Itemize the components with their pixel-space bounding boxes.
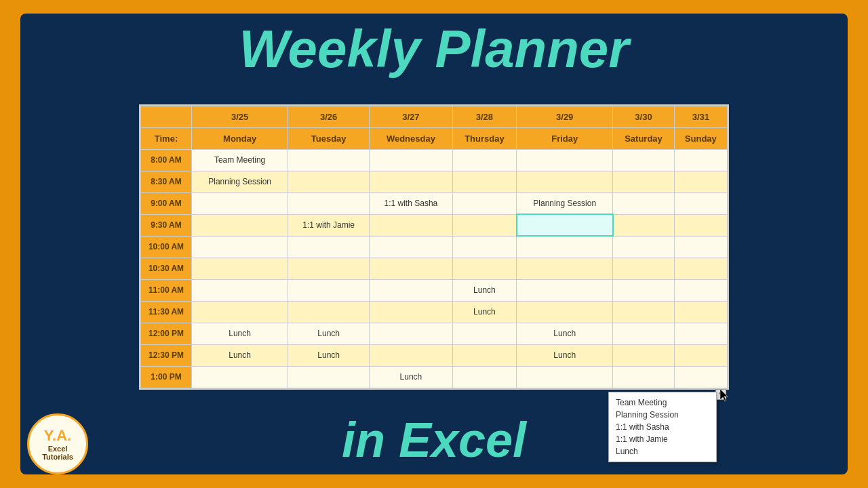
weekly-planner-table: 3/25 3/26 3/27 3/28 3/29 3/30 3/31 Time:… [140,106,728,388]
calendar-cell[interactable] [192,236,288,258]
table-row: 11:30 AMLunch [141,301,728,323]
dropdown-popup[interactable]: Team Meeting Planning Session 1:1 with S… [608,392,717,462]
col-header-wed-date: 3/27 [370,106,453,127]
calendar-cell[interactable]: 1:1 with Sasha [370,192,453,214]
calendar-cell[interactable] [674,192,727,214]
calendar-cell[interactable]: Lunch [452,279,516,301]
calendar-cell[interactable] [613,366,674,388]
calendar-cell[interactable] [613,192,674,214]
calendar-cell[interactable] [674,279,727,301]
calendar-cell[interactable] [288,258,370,279]
calendar-cell[interactable] [517,279,613,301]
calendar-cell[interactable] [517,258,613,279]
calendar-cell[interactable] [288,301,370,323]
calendar-cell[interactable] [452,214,516,236]
dropdown-item-1[interactable]: Team Meeting [616,396,709,409]
calendar-cell[interactable] [192,192,288,214]
calendar-cell[interactable] [613,214,674,236]
calendar-cell[interactable] [192,301,288,323]
calendar-cell[interactable] [674,323,727,344]
calendar-cell[interactable] [674,301,727,323]
calendar-cell[interactable] [370,258,453,279]
calendar-cell[interactable] [613,258,674,279]
dropdown-item-4[interactable]: 1:1 with Jamie [616,433,709,445]
calendar-cell[interactable]: Team Meeting [192,149,288,171]
calendar-cell[interactable] [370,323,453,344]
calendar-cell[interactable] [452,236,516,258]
calendar-cell[interactable] [288,192,370,214]
calendar-cell[interactable] [452,149,516,171]
calendar-cell[interactable]: Planning Session [517,192,613,214]
table-row: 9:00 AM1:1 with SashaPlanning Session [141,192,728,214]
calendar-cell[interactable] [452,258,516,279]
time-cell: 12:30 PM [141,344,192,366]
calendar-cell[interactable] [517,301,613,323]
calendar-cell[interactable] [288,236,370,258]
col-day-sat: Saturday [613,127,674,149]
calendar-cell[interactable] [674,366,727,388]
calendar-cell[interactable]: Lunch [192,344,288,366]
calendar-cell[interactable] [192,366,288,388]
table-row: 1:00 PMLunch [141,366,728,388]
calendar-cell[interactable] [613,236,674,258]
calendar-cell[interactable]: Lunch [288,323,370,344]
calendar-cell[interactable]: Planning Session [192,171,288,192]
calendar-cell[interactable] [613,279,674,301]
dropdown-item-2[interactable]: Planning Session [616,409,709,421]
calendar-cell[interactable] [674,149,727,171]
time-cell: 10:00 AM [141,236,192,258]
col-header-tue-date: 3/26 [288,106,370,127]
calendar-cell[interactable] [517,214,613,236]
calendar-cell[interactable] [192,258,288,279]
calendar-cell[interactable] [674,171,727,192]
calendar-cell[interactable] [517,366,613,388]
calendar-cell[interactable] [370,171,453,192]
calendar-cell[interactable] [288,279,370,301]
calendar-cell[interactable]: Lunch [517,323,613,344]
time-cell: 9:00 AM [141,192,192,214]
calendar-wrapper: 3/25 3/26 3/27 3/28 3/29 3/30 3/31 Time:… [34,79,834,415]
calendar-cell[interactable] [452,366,516,388]
calendar-cell[interactable]: Lunch [452,301,516,323]
calendar-cell[interactable]: Lunch [370,366,453,388]
table-row: 11:00 AMLunch [141,279,728,301]
col-day-thu: Thursday [452,127,516,149]
calendar-cell[interactable] [370,236,453,258]
calendar-cell[interactable] [452,192,516,214]
calendar-cell[interactable] [674,344,727,366]
calendar-cell[interactable]: Lunch [517,344,613,366]
calendar-cell[interactable] [517,171,613,192]
calendar-cell[interactable] [288,171,370,192]
calendar-cell[interactable] [613,149,674,171]
calendar-cell[interactable] [674,236,727,258]
logo-ya-text: Y.A. [44,427,71,445]
calendar-cell[interactable] [452,344,516,366]
time-cell: 11:30 AM [141,301,192,323]
calendar-cell[interactable] [192,279,288,301]
calendar-cell[interactable] [370,344,453,366]
calendar-cell[interactable] [192,214,288,236]
calendar-cell[interactable] [370,214,453,236]
calendar-cell[interactable] [613,344,674,366]
calendar-cell[interactable]: Lunch [288,344,370,366]
calendar-cell[interactable] [517,236,613,258]
calendar-cell[interactable] [674,258,727,279]
calendar-cell[interactable] [370,301,453,323]
calendar-cell[interactable] [288,149,370,171]
calendar-cell[interactable] [370,149,453,171]
calendar-cell[interactable] [613,301,674,323]
dropdown-item-3[interactable]: 1:1 with Sasha [616,421,709,433]
col-day-mon: Monday [192,127,288,149]
calendar-cell[interactable] [288,366,370,388]
calendar-cell[interactable]: Lunch [192,323,288,344]
calendar-cell[interactable]: 1:1 with Jamie [288,214,370,236]
calendar-cell[interactable] [613,171,674,192]
calendar-cell[interactable] [613,323,674,344]
calendar-cell[interactable] [517,149,613,171]
calendar-cell[interactable] [452,323,516,344]
dropdown-item-5[interactable]: Lunch [616,445,709,458]
calendar-cell[interactable] [452,171,516,192]
col-header-empty [141,106,192,127]
calendar-cell[interactable] [370,279,453,301]
calendar-cell[interactable] [674,214,727,236]
